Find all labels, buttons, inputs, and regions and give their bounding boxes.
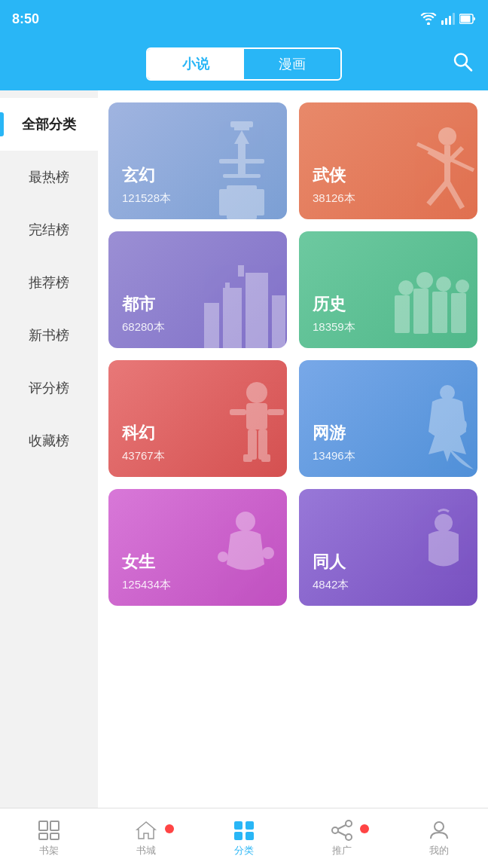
cat-kehuan-count: 43767本: [122, 449, 273, 463]
nav-item-category[interactable]: 分类: [195, 820, 293, 857]
signal-icon: [441, 13, 455, 25]
svg-line-64: [338, 832, 346, 836]
status-bar: 8:50: [0, 0, 488, 38]
nav-category-label: 分类: [234, 844, 254, 857]
bottom-nav: 书架 书城 分类 推广: [0, 808, 488, 868]
home-icon: [135, 820, 157, 841]
bookstore-badge: [165, 824, 174, 833]
svg-rect-57: [246, 821, 254, 830]
category-grid: 玄幻 121528本 武侠 38126本: [98, 90, 488, 808]
svg-point-48: [236, 512, 255, 531]
cat-tongren-title: 同人: [313, 551, 464, 573]
cat-dushi-count: 68280本: [122, 320, 273, 335]
svg-point-60: [346, 821, 352, 827]
svg-point-61: [332, 827, 338, 833]
svg-line-63: [338, 825, 346, 829]
nav-item-bookstore[interactable]: 书城: [98, 820, 196, 857]
svg-rect-54: [39, 833, 47, 839]
status-time: 8:50: [12, 11, 39, 27]
share-icon: [331, 820, 353, 841]
cat-wuxia-title: 武侠: [313, 164, 464, 187]
svg-point-17: [438, 127, 456, 145]
svg-rect-0: [441, 20, 444, 25]
svg-rect-56: [234, 821, 242, 830]
nav-item-shelf[interactable]: 书架: [0, 820, 98, 857]
search-button[interactable]: [452, 51, 473, 78]
promote-badge: [360, 824, 369, 833]
cat-xuanhuan-title: 玄幻: [122, 164, 273, 187]
svg-marker-10: [234, 130, 249, 144]
user-icon: [428, 820, 450, 841]
sidebar-item-all[interactable]: 全部分类: [0, 98, 98, 151]
cat-nvsheng-count: 125434本: [122, 578, 273, 592]
svg-rect-41: [267, 409, 284, 415]
svg-rect-8: [230, 121, 253, 127]
cat-wangyou-title: 网游: [313, 422, 464, 445]
cat-card-wuxia[interactable]: 武侠 38126本: [299, 102, 477, 219]
cat-lishi-count: 18359本: [313, 320, 464, 335]
main-content: 全部分类 最热榜 完结榜 推荐榜 新书榜 评分榜 收藏榜: [0, 90, 488, 808]
svg-point-31: [416, 272, 433, 289]
cat-nvsheng-title: 女生: [122, 551, 273, 573]
svg-line-7: [465, 65, 471, 71]
top-nav: 小说 漫画: [0, 38, 488, 90]
cat-kehuan-title: 科幻: [122, 422, 273, 445]
svg-point-38: [246, 382, 267, 403]
shelf-icon: [38, 820, 60, 841]
svg-rect-28: [238, 265, 244, 277]
svg-rect-3: [453, 13, 455, 25]
cat-dushi-title: 都市: [122, 293, 273, 316]
tab-switcher[interactable]: 小说 漫画: [146, 47, 342, 81]
sidebar: 全部分类 最热榜 完结榜 推荐榜 新书榜 评分榜 收藏榜: [0, 90, 98, 808]
svg-rect-59: [246, 832, 254, 840]
svg-rect-5: [461, 16, 471, 23]
svg-rect-9: [234, 127, 249, 130]
svg-point-51: [435, 514, 453, 532]
svg-point-32: [436, 277, 451, 292]
cat-card-dushi[interactable]: 都市 68280本: [108, 231, 287, 348]
status-icons: [420, 13, 476, 25]
sidebar-item-finished[interactable]: 完结榜: [0, 203, 98, 256]
nav-promote-label: 推广: [332, 844, 352, 857]
cat-card-xuanhuan[interactable]: 玄幻 121528本: [108, 102, 287, 219]
tab-manga[interactable]: 漫画: [244, 49, 340, 79]
wifi-icon: [420, 13, 437, 25]
svg-rect-12: [219, 159, 264, 164]
svg-rect-27: [272, 295, 285, 348]
nav-item-mine[interactable]: 我的: [390, 820, 488, 857]
battery-icon: [459, 14, 476, 24]
nav-bookstore-label: 书城: [136, 844, 156, 857]
cat-wangyou-count: 13496本: [313, 449, 464, 463]
sidebar-item-newbook[interactable]: 新书榜: [0, 309, 98, 362]
cat-card-nvsheng[interactable]: 女生 125434本: [108, 489, 287, 606]
svg-rect-53: [50, 821, 59, 830]
sidebar-item-collect[interactable]: 收藏榜: [0, 414, 98, 467]
svg-rect-55: [50, 833, 59, 839]
svg-rect-2: [449, 16, 451, 25]
cat-card-kehuan[interactable]: 科幻 43767本: [108, 360, 287, 477]
cat-wuxia-count: 38126本: [313, 191, 464, 206]
cat-lishi-title: 历史: [313, 293, 464, 316]
sidebar-item-rating[interactable]: 评分榜: [0, 362, 98, 414]
svg-point-65: [435, 822, 444, 831]
cat-card-lishi[interactable]: 历史 18359本: [299, 231, 477, 348]
sidebar-item-recommend[interactable]: 推荐榜: [0, 256, 98, 309]
cat-card-wangyou[interactable]: 网游 13496本: [299, 360, 477, 477]
svg-point-33: [456, 280, 469, 293]
svg-rect-58: [234, 832, 242, 840]
grid-icon: [233, 820, 255, 841]
svg-rect-29: [225, 283, 230, 290]
sidebar-item-hot[interactable]: 最热榜: [0, 151, 98, 203]
cat-xuanhuan-count: 121528本: [122, 191, 273, 206]
nav-item-promote[interactable]: 推广: [293, 820, 391, 857]
cat-card-tongren[interactable]: 同人 4842本: [299, 489, 477, 606]
tab-novel[interactable]: 小说: [148, 49, 244, 79]
nav-shelf-label: 书架: [39, 844, 59, 857]
svg-rect-52: [39, 821, 47, 830]
svg-rect-1: [445, 18, 447, 25]
cat-tongren-count: 4842本: [313, 578, 464, 592]
svg-rect-40: [230, 409, 246, 415]
svg-point-62: [346, 834, 352, 840]
nav-mine-label: 我的: [429, 844, 449, 857]
